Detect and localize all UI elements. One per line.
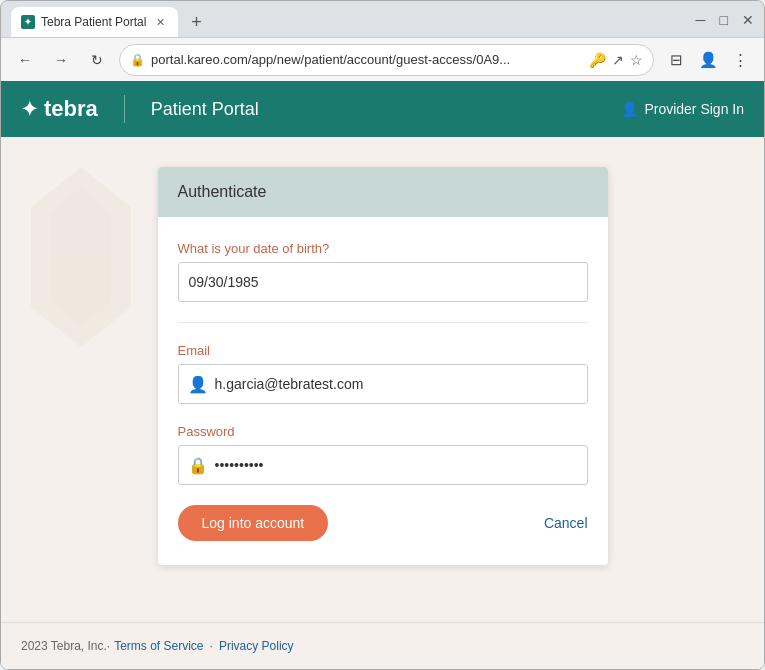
logo-area: ✦ tebra Patient Portal	[21, 95, 259, 123]
menu-button[interactable]: ⋮	[726, 46, 754, 74]
password-group: Password 🔒	[178, 424, 588, 485]
forward-button[interactable]: →	[47, 46, 75, 74]
address-bar[interactable]: 🔒 portal.kareo.com/app/new/patient/accou…	[119, 44, 654, 76]
privacy-link[interactable]: Privacy Policy	[219, 639, 294, 653]
portal-title: Patient Portal	[151, 99, 259, 120]
email-group: Email 👤	[178, 343, 588, 404]
browser-actions: ⊟ 👤 ⋮	[662, 46, 754, 74]
dob-group: What is your date of birth?	[178, 241, 588, 302]
header-divider	[124, 95, 125, 123]
key-icon[interactable]: 🔑	[589, 52, 606, 68]
tab-title: Tebra Patient Portal	[41, 15, 146, 29]
logo-text: tebra	[44, 96, 98, 122]
back-button[interactable]: ←	[11, 46, 39, 74]
tebra-logo: ✦ tebra	[21, 96, 98, 122]
nav-bar: ← → ↻ 🔒 portal.kareo.com/app/new/patient…	[1, 37, 764, 81]
browser-frame: ✦ Tebra Patient Portal ✕ + ─ □ ✕ ← → ↻ 🔒…	[0, 0, 765, 670]
person-icon: 👤	[621, 101, 638, 117]
auth-card-header: Authenticate	[158, 167, 608, 217]
provider-sign-in-label: Provider Sign In	[644, 101, 744, 117]
password-label: Password	[178, 424, 588, 439]
profile-button[interactable]: 👤	[694, 46, 722, 74]
window-controls: ─ □ ✕	[696, 12, 754, 32]
refresh-button[interactable]: ↻	[83, 46, 111, 74]
bookmark-icon[interactable]: ☆	[630, 52, 643, 68]
form-divider	[178, 322, 588, 323]
auth-title: Authenticate	[178, 183, 267, 200]
email-input[interactable]	[178, 364, 588, 404]
page-content: ✦ tebra Patient Portal 👤 Provider Sign I…	[1, 81, 764, 669]
bg-decoration	[21, 157, 141, 357]
copyright-text: 2023 Tebra, Inc.·	[21, 639, 110, 653]
terms-link[interactable]: Terms of Service	[114, 639, 203, 653]
title-bar: ✦ Tebra Patient Portal ✕ + ─ □ ✕	[1, 1, 764, 37]
active-tab[interactable]: ✦ Tebra Patient Portal ✕	[11, 7, 178, 37]
minimize-button[interactable]: ─	[696, 12, 706, 28]
tab-search-button[interactable]: ⊟	[662, 46, 690, 74]
password-input[interactable]	[178, 445, 588, 485]
dob-label: What is your date of birth?	[178, 241, 588, 256]
provider-sign-in-button[interactable]: 👤 Provider Sign In	[621, 101, 744, 117]
email-input-wrapper: 👤	[178, 364, 588, 404]
tab-close-button[interactable]: ✕	[152, 14, 168, 30]
tab-favicon: ✦	[21, 15, 35, 29]
main-area: Authenticate What is your date of birth?…	[1, 137, 764, 622]
lock-icon: 🔒	[130, 53, 145, 67]
tab-bar: ✦ Tebra Patient Portal ✕ +	[11, 7, 210, 37]
form-actions: Log into account Cancel	[178, 505, 588, 541]
dob-input[interactable]	[178, 262, 588, 302]
url-text: portal.kareo.com/app/new/patient/account…	[151, 52, 583, 67]
share-icon[interactable]: ↗	[612, 52, 624, 68]
address-bar-icons: 🔑 ↗ ☆	[589, 52, 643, 68]
site-header: ✦ tebra Patient Portal 👤 Provider Sign I…	[1, 81, 764, 137]
logo-icon: ✦	[21, 97, 38, 121]
close-window-button[interactable]: ✕	[742, 12, 754, 28]
footer-separator: ·	[210, 639, 213, 653]
auth-card-body: What is your date of birth? Email 👤	[158, 217, 608, 565]
maximize-button[interactable]: □	[720, 12, 728, 28]
login-button[interactable]: Log into account	[178, 505, 329, 541]
auth-card: Authenticate What is your date of birth?…	[158, 167, 608, 565]
email-label: Email	[178, 343, 588, 358]
site-footer: 2023 Tebra, Inc.· Terms of Service · Pri…	[1, 622, 764, 669]
password-input-wrapper: 🔒	[178, 445, 588, 485]
new-tab-button[interactable]: +	[182, 8, 210, 36]
cancel-button[interactable]: Cancel	[544, 515, 588, 531]
